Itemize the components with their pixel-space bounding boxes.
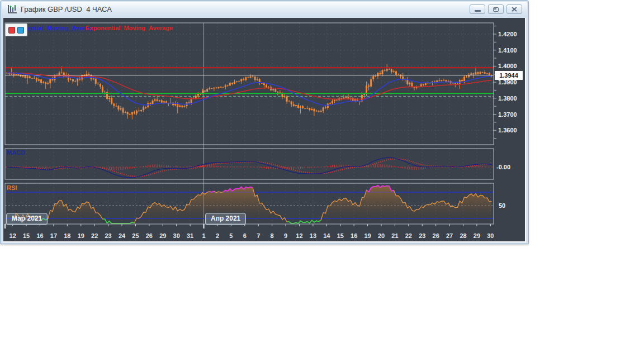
svg-text:1.4000: 1.4000 [498, 63, 517, 69]
svg-text:16: 16 [351, 232, 357, 239]
svg-text:25: 25 [132, 232, 139, 239]
chart-window: График GBP /USD 4 ЧАСА 1.42001.41001.400… [0, 0, 529, 244]
svg-text:26: 26 [433, 232, 439, 239]
svg-text:6: 6 [243, 232, 247, 239]
svg-text:27: 27 [446, 232, 453, 239]
price-axis: 1.42001.41001.40001.39001.38001.37001.36… [493, 26, 517, 209]
restore-icon [493, 7, 499, 12]
current-price-badge: 1.3944 [495, 71, 523, 80]
close-icon [512, 7, 517, 12]
svg-text:8: 8 [271, 232, 274, 239]
blue-square-button[interactable] [17, 27, 24, 34]
time-axis: 1215161718192223242526293031125678912131… [5, 224, 494, 239]
svg-text:7: 7 [257, 232, 260, 239]
svg-text:13: 13 [310, 232, 316, 239]
svg-text:22: 22 [405, 232, 412, 239]
rsi-panel [5, 185, 494, 223]
svg-text:30: 30 [487, 232, 494, 239]
chart-canvas[interactable]: 1.42001.41001.40001.39001.38001.37001.36… [3, 18, 525, 241]
svg-text:20: 20 [378, 232, 385, 239]
rsi-fill [14, 185, 492, 223]
svg-text:19: 19 [364, 232, 371, 239]
candlestick-chart-icon [7, 4, 18, 15]
rsi-overbought-segment [210, 191, 214, 192]
svg-text:18: 18 [64, 232, 70, 239]
svg-text:12: 12 [296, 232, 302, 239]
svg-text:31: 31 [187, 232, 193, 239]
minimize-button[interactable] [470, 4, 485, 14]
svg-text:15: 15 [23, 232, 30, 239]
close-button[interactable] [506, 4, 522, 14]
svg-text:23: 23 [419, 232, 425, 239]
svg-text:1.4100: 1.4100 [498, 47, 517, 54]
svg-text:16: 16 [36, 232, 43, 239]
month-label-mar: Мар 2021 [6, 213, 48, 225]
svg-text:22: 22 [91, 232, 98, 239]
svg-text:5: 5 [229, 232, 233, 239]
svg-text:23: 23 [105, 232, 111, 239]
window-controls [470, 4, 522, 14]
rsi-oversold-segment [102, 219, 134, 223]
restore-button[interactable] [488, 4, 504, 14]
svg-text:15: 15 [337, 232, 344, 239]
rsi-panel-label: RSI [7, 184, 17, 191]
svg-text:19: 19 [78, 232, 84, 239]
red-square-button[interactable] [8, 27, 15, 34]
month-label-apr: Апр 2021 [205, 213, 246, 225]
candles [6, 64, 493, 120]
svg-text:26: 26 [146, 232, 153, 239]
svg-text:29: 29 [473, 232, 480, 239]
svg-text:2: 2 [216, 232, 219, 239]
macd-panel-label: MACD [7, 149, 25, 156]
legend-toolbar [5, 23, 27, 36]
svg-text:29: 29 [159, 232, 166, 239]
macd-panel [5, 158, 494, 178]
window-title: График GBP /USD 4 ЧАСА [21, 5, 112, 13]
title-bar[interactable]: График GBP /USD 4 ЧАСА [2, 2, 527, 17]
svg-text:1.4200: 1.4200 [498, 31, 517, 37]
svg-text:50: 50 [499, 202, 505, 209]
minimize-icon [475, 10, 481, 12]
svg-text:1: 1 [202, 232, 205, 239]
svg-text:1.3800: 1.3800 [498, 95, 517, 102]
svg-text:1.3700: 1.3700 [498, 111, 517, 118]
svg-text:30: 30 [173, 232, 180, 239]
svg-text:21: 21 [391, 232, 398, 239]
svg-text:24: 24 [119, 232, 126, 239]
svg-text:28: 28 [460, 232, 466, 239]
indicator-legend-ema-slow: Exponential_Moving_Average [86, 25, 173, 31]
svg-text:17: 17 [50, 232, 57, 239]
svg-text:1.3600: 1.3600 [498, 127, 517, 134]
svg-text:-0.00: -0.00 [496, 164, 510, 170]
svg-text:14: 14 [323, 232, 330, 239]
svg-text:9: 9 [284, 232, 287, 239]
svg-text:12: 12 [10, 232, 16, 239]
